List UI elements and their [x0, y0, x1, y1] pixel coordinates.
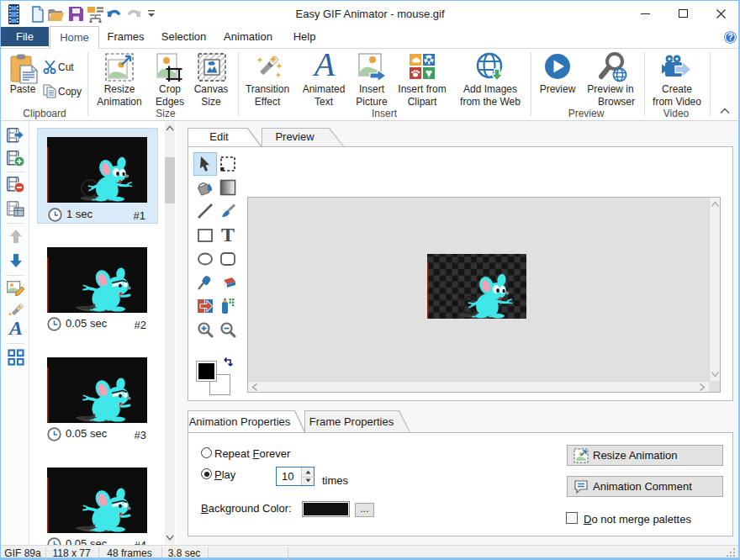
svg-text:?: ? [727, 33, 732, 42]
